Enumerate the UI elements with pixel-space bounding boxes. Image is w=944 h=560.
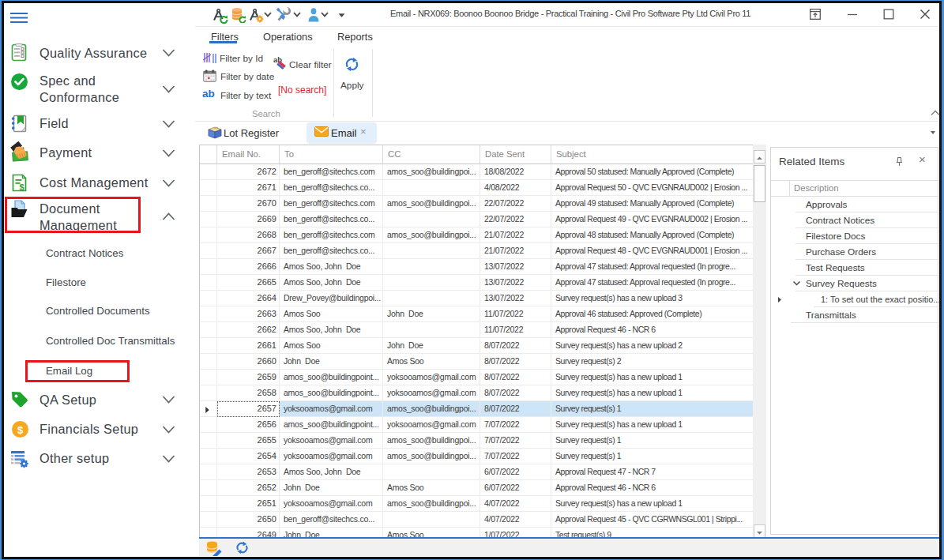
svg-text:$: $: [17, 424, 24, 436]
svg-text:$: $: [20, 182, 24, 192]
